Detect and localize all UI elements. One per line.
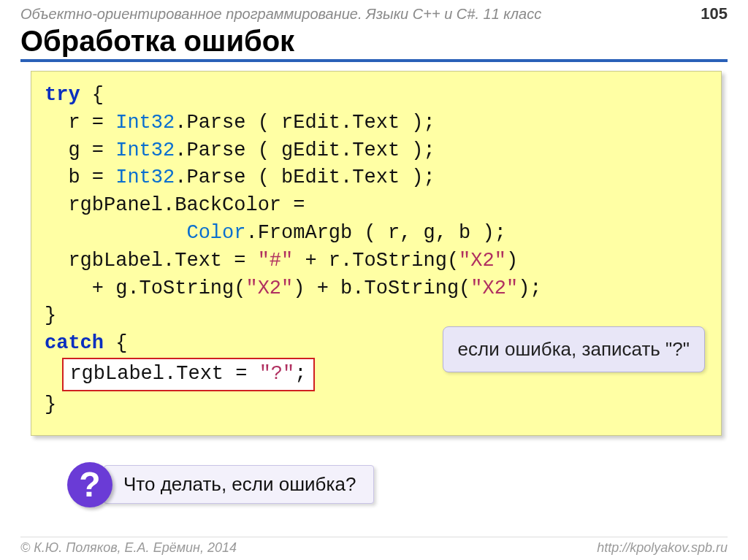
code-text: r = [45, 112, 115, 134]
kw-try: try [45, 84, 80, 106]
cls-int32: Int32 [115, 112, 175, 134]
code-box: try { r = Int32.Parse ( rEdit.Text ); g … [31, 71, 722, 436]
cls-int32: Int32 [115, 139, 175, 161]
code-wrap: try { r = Int32.Parse ( rEdit.Text ); g … [31, 71, 722, 436]
question-row: ? Что делать, если ошибка? [67, 462, 728, 507]
footer-url: http://kpolyakov.spb.ru [597, 540, 728, 556]
cls-color: Color [186, 222, 245, 244]
slide-header: Объектно-ориентированное программировани… [20, 0, 728, 23]
code-text: .Parse ( bEdit.Text ); [175, 166, 435, 188]
code-text: rgbPanel.BackColor = [45, 194, 305, 216]
code-text: ) [506, 250, 518, 272]
str: "X2" [245, 277, 293, 299]
kw-catch: catch [45, 332, 104, 354]
question-icon: ? [67, 462, 112, 507]
code-text: ; [294, 363, 306, 385]
catch-highlight: rgbLabel.Text = "?"; [62, 358, 315, 391]
question-text: Что делать, если ошибка? [104, 465, 374, 504]
code-text: .Parse ( rEdit.Text ); [175, 112, 435, 134]
code-text: b = [45, 166, 115, 188]
cls-int32: Int32 [115, 166, 175, 188]
str: "?" [259, 363, 295, 385]
code-text: + r.ToString( [293, 250, 459, 272]
code-text: .Parse ( gEdit.Text ); [175, 139, 435, 161]
page-number: 105 [701, 4, 728, 23]
code-text: rgbLabel.Text = [69, 363, 259, 385]
str: "#" [258, 250, 294, 272]
slide-footer: © К.Ю. Поляков, Е.А. Ерёмин, 2014 http:/… [20, 537, 728, 556]
page-title: Обработка ошибок [20, 25, 728, 62]
course-title: Объектно-ориентированное программировани… [20, 6, 541, 23]
code-text: g = [45, 139, 115, 161]
slide: Объектно-ориентированное программировани… [0, 0, 748, 560]
code-text: { [104, 332, 127, 354]
footer-copyright: © К.Ю. Поляков, Е.А. Ерёмин, 2014 [20, 540, 237, 556]
code-text: ); [518, 277, 541, 299]
code-text: .FromArgb ( r, g, b ); [245, 222, 505, 244]
code-text: { [80, 84, 104, 106]
code-text: rgbLabel.Text = [45, 250, 258, 272]
code-text: ) + b.ToString( [293, 277, 470, 299]
code-text: } [45, 394, 56, 415]
code-text: } [45, 304, 56, 326]
code-text: + g.ToString( [45, 277, 245, 299]
code-text [45, 222, 186, 244]
callout: если ошибка, записать "?" [443, 326, 705, 372]
str: "X2" [470, 277, 518, 299]
str: "X2" [459, 250, 506, 272]
